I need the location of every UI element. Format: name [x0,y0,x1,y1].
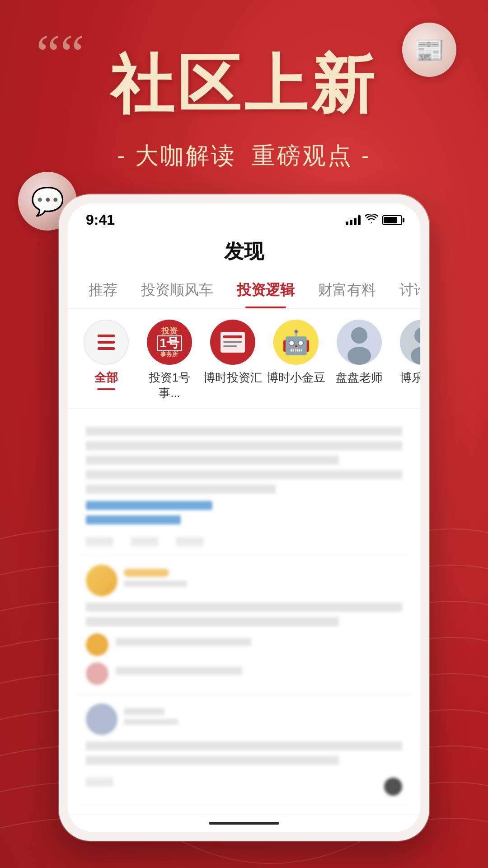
channel-3-icon: 🤖 [273,320,319,365]
channel-1[interactable]: 投资 1号 事务所 投资1号事... [140,320,199,401]
phone-scrollbar [68,814,420,832]
app-header: 发现 [68,234,420,272]
hero-subtitle: - 大咖解读 重磅观点 - [0,140,488,172]
scrollbar-line [209,822,279,825]
wifi-icon [365,214,378,226]
phone-mockup: 9:41 [59,194,429,841]
tab-discussion[interactable]: 讨论 [388,272,420,308]
content-post-2 [77,556,411,694]
channel-5-icon [400,320,420,365]
svg-rect-2 [98,347,115,350]
channel-2-icon [210,320,255,365]
content-area [68,409,420,814]
channel-3[interactable]: 🤖 博时小金豆 [267,320,325,386]
svg-rect-0 [98,335,115,337]
status-bar: 9:41 [68,203,420,234]
post-2-avatar [86,565,117,596]
phone-screen: 9:41 [68,203,420,832]
svg-point-7 [351,327,367,344]
battery-icon [382,215,402,225]
content-post-3 [77,694,411,805]
channel-all-label: 全部 [94,370,118,386]
channel-3-label: 博时小金豆 [267,370,325,386]
nav-tabs[interactable]: 推荐 投资顺风车 投资逻辑 财富有料 讨论 [68,272,420,309]
svg-rect-4 [223,335,242,338]
channel-4[interactable]: 盘盘老师 [330,320,389,386]
tab-investment-tailwind[interactable]: 投资顺风车 [129,272,225,308]
status-icons [346,214,402,226]
channel-row: 全部 投资 1号 事务所 投资1号事... [68,309,420,409]
post-2-header [86,565,402,596]
svg-rect-6 [223,345,237,347]
channel-5-label: 博乐德... [400,370,420,386]
post-1-actions [86,532,402,546]
channel-2-label: 博时投资汇 [203,370,262,386]
tab-wealth[interactable]: 财富有料 [306,272,388,308]
svg-point-9 [414,327,420,344]
tab-investment-logic[interactable]: 投资逻辑 [225,272,306,308]
channel-2[interactable]: 博时投资汇 [203,320,262,386]
tab-recommend[interactable]: 推荐 [77,272,129,308]
channel-5[interactable]: 博乐德... [393,320,420,386]
svg-rect-1 [98,341,115,344]
subtitle-prefix: - 大咖解读 [117,142,236,169]
channel-1-label: 投资1号事... [140,370,199,401]
status-time: 9:41 [86,212,115,228]
hero-title-block: 社区上新 [0,50,488,119]
post-3-actions [86,772,402,796]
content-post-1 [77,418,411,556]
svg-rect-5 [223,341,242,343]
channel-1-icon: 投资 1号 事务所 [147,320,192,365]
post-3-header [86,703,402,735]
channel-all[interactable]: 全部 [77,320,136,390]
channel-4-label: 盘盘老师 [336,370,383,386]
subtitle-suffix: 重磅观点 - [252,142,371,169]
channel-4-icon [337,320,382,365]
channel-all-icon [84,320,129,365]
svg-point-10 [411,347,420,365]
main-title-text: 社区上新 [0,50,488,119]
phone-frame: 9:41 [59,194,429,841]
page-title: 发现 [86,238,402,272]
signal-icon [346,215,361,225]
channel-all-underline [97,388,115,390]
svg-point-8 [347,347,371,365]
